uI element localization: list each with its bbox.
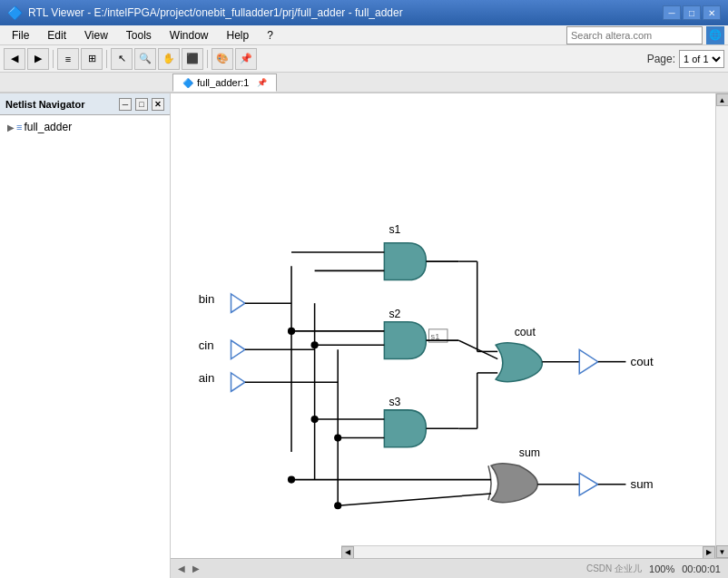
- menu-edit[interactable]: Edit: [39, 26, 74, 44]
- junction-dot-3: [311, 416, 319, 423]
- menu-tools[interactable]: Tools: [118, 26, 160, 44]
- toolbar-zoom-button[interactable]: 🔍: [134, 48, 156, 70]
- tab-pin-button[interactable]: 📌: [257, 78, 267, 87]
- toolbar-grid-button[interactable]: ⊞: [81, 48, 103, 70]
- page-indicator: Page: 1 of 1: [647, 50, 724, 68]
- maximize-button[interactable]: □: [683, 5, 701, 20]
- search-area: 🌐: [566, 26, 724, 44]
- scroll-left-button[interactable]: ◀: [341, 546, 354, 559]
- scroll-track-horizontal[interactable]: [354, 546, 703, 558]
- circuit-diagram: bin cin ain s1: [171, 93, 728, 578]
- junction-dot-1: [288, 328, 295, 335]
- toolbar-back-button[interactable]: ◀: [4, 48, 25, 70]
- tab-full-adder[interactable]: 🔷 full_adder:1 📌: [172, 73, 277, 92]
- sidebar-content: ▶ ≡ full_adder: [0, 115, 170, 139]
- menu-help[interactable]: Help: [219, 26, 258, 44]
- toolbar-snap-button[interactable]: 📌: [235, 48, 257, 70]
- watermark-label: CSDN 企业儿: [586, 563, 642, 575]
- menu-view[interactable]: View: [76, 26, 116, 44]
- s2-label: s2: [389, 308, 400, 320]
- tab-icon: 🔷: [182, 78, 193, 88]
- toolbar-separator-3: [207, 50, 208, 68]
- toolbar-hand-button[interactable]: ✋: [158, 48, 180, 70]
- tab-label: full_adder:1: [197, 77, 250, 88]
- zoom-level: 100%: [649, 563, 674, 574]
- toolbar-color-button[interactable]: 🎨: [212, 48, 233, 70]
- sidebar-restore-button[interactable]: □: [135, 98, 148, 111]
- toolbar: ◀ ▶ ≡ ⊞ ↖ 🔍 ✋ ⬛ 🎨 📌 Page: 1 of 1: [0, 45, 728, 73]
- cout-output-label: cout: [631, 355, 654, 368]
- menu-file[interactable]: File: [4, 26, 37, 44]
- app-icon: 🔷: [7, 5, 23, 20]
- title-bar: 🔷 RTL Viewer - E:/intelFPGA/project/oneb…: [0, 0, 728, 25]
- sidebar-close-button[interactable]: ✕: [152, 98, 164, 111]
- close-button[interactable]: ✕: [703, 5, 721, 20]
- sidebar-header: Netlist Navigator ─ □ ✕: [0, 93, 170, 115]
- s1-and-gate: [384, 243, 426, 280]
- toolbar-forward-button[interactable]: ▶: [27, 48, 49, 70]
- junction-dot-6: [334, 502, 341, 509]
- sidebar-float-button[interactable]: ─: [119, 98, 132, 111]
- junction-dot-5: [288, 476, 295, 484]
- input-ain-label: ain: [199, 371, 215, 385]
- s3-and-gate: [384, 410, 426, 447]
- canvas-area: bin cin ain s1: [171, 93, 728, 578]
- menu-bar: File Edit View Tools Window Help ? 🌐: [0, 25, 728, 45]
- tree-arrow-icon: ▶: [7, 122, 15, 132]
- search-input[interactable]: [566, 26, 703, 44]
- input-cin-label: cin: [199, 338, 214, 352]
- toolbar-list-button[interactable]: ≡: [57, 48, 79, 70]
- tree-item-full-adder[interactable]: ▶ ≡ full_adder: [4, 119, 166, 135]
- search-globe-button[interactable]: 🌐: [706, 26, 724, 44]
- input-bin-label: bin: [199, 292, 215, 306]
- junction-dot-4: [334, 434, 341, 441]
- toolbar-select-button[interactable]: ↖: [111, 48, 133, 70]
- horizontal-scrollbar: ◀ ▶: [341, 545, 715, 558]
- s3-label: s3: [389, 396, 400, 408]
- sum-gate-label: sum: [519, 446, 540, 459]
- status-scroll-left[interactable]: ◀: [178, 563, 185, 573]
- tree-item-label: full_adder: [24, 121, 72, 133]
- app-title: RTL Viewer - E:/intelFPGA/project/onebit…: [28, 6, 657, 19]
- s2-and-gate: [384, 322, 426, 359]
- vertical-scrollbar: ▲ ▼: [715, 93, 728, 558]
- sum-output-label: sum: [631, 477, 654, 491]
- window-controls: ─ □ ✕: [663, 5, 721, 20]
- status-time: 00:00:01: [682, 563, 721, 574]
- menu-window[interactable]: Window: [162, 26, 217, 44]
- toolbar-separator-1: [53, 50, 54, 68]
- tree-module-icon: ≡: [16, 122, 22, 132]
- sidebar-title: Netlist Navigator: [5, 99, 84, 110]
- scroll-down-button[interactable]: ▼: [716, 545, 729, 558]
- scroll-right-button[interactable]: ▶: [703, 546, 715, 559]
- tab-bar: 🔷 full_adder:1 📌: [0, 73, 728, 93]
- status-bar: ◀ ▶ CSDN 企业儿 100% 00:00:01: [171, 558, 728, 578]
- scroll-track-vertical[interactable]: [716, 106, 728, 545]
- scroll-up-button[interactable]: ▲: [716, 93, 729, 106]
- junction-dot-2: [311, 341, 319, 348]
- toolbar-zoom-box-button[interactable]: ⬛: [182, 48, 203, 70]
- sidebar: Netlist Navigator ─ □ ✕ ▶ ≡ full_adder: [0, 93, 171, 578]
- minimize-button[interactable]: ─: [663, 5, 681, 20]
- s1-label: s1: [389, 223, 400, 236]
- svg-rect-0: [171, 99, 728, 573]
- page-label: Page:: [647, 53, 675, 65]
- status-scroll-right[interactable]: ▶: [192, 563, 200, 573]
- toolbar-separator-2: [106, 50, 107, 68]
- cout-gate-label: cout: [515, 326, 536, 338]
- page-dropdown[interactable]: 1 of 1: [679, 50, 724, 68]
- main-layout: Netlist Navigator ─ □ ✕ ▶ ≡ full_adder: [0, 93, 728, 578]
- menu-extra[interactable]: ?: [259, 26, 281, 44]
